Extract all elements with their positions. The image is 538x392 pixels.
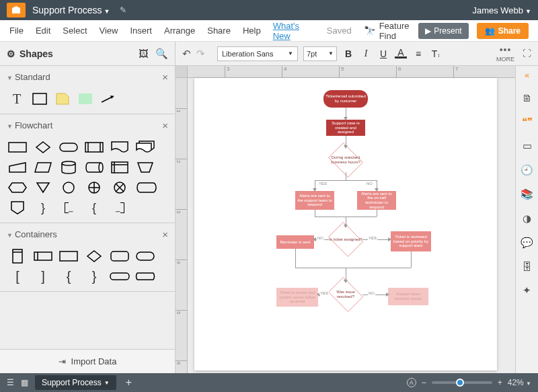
shape-brace-left2[interactable]: { (58, 268, 79, 284)
page-icon[interactable]: 🗎 (522, 92, 532, 104)
present-button[interactable]: ▶Present (418, 23, 468, 39)
shape-process[interactable] (7, 139, 28, 155)
shape-brace-left[interactable]: { (83, 200, 105, 216)
node-decision[interactable]: Is ticket assigned? (326, 225, 365, 254)
shape-roundrect-container[interactable] (109, 248, 130, 264)
menu-share[interactable]: Share (207, 26, 231, 36)
shape-decision[interactable] (32, 139, 54, 155)
layers-icon[interactable]: 📚 (521, 188, 533, 200)
text-color-button[interactable]: A (395, 48, 407, 58)
data-icon[interactable]: 🗄 (522, 261, 532, 272)
bold-button[interactable]: B (342, 48, 354, 59)
shape-manualop[interactable] (134, 159, 156, 175)
node-decision[interactable]: During standard business hours? (326, 145, 365, 175)
shape-connector[interactable] (58, 180, 79, 196)
italic-button[interactable]: I (360, 48, 372, 59)
shape-brace-right[interactable]: } (32, 200, 54, 216)
add-page-button[interactable]: + (126, 377, 132, 389)
panel-standard-header[interactable]: ▼Standard × (0, 66, 175, 88)
canvas[interactable]: 3 4 5 6 7 1 2 3 4 5 6 Ticket/email submi… (176, 66, 515, 373)
page[interactable]: Ticket/email submitted by customer Suppo… (194, 78, 497, 370)
font-size-select[interactable]: 7pt▼ (303, 46, 337, 61)
comments-icon[interactable]: ❝❞ (522, 116, 533, 128)
zoom-level[interactable]: 42% ▼ (508, 378, 531, 387)
more-button[interactable]: •••MORE (496, 44, 514, 63)
align-button[interactable]: ≡ (412, 48, 424, 59)
zoom-out-button[interactable]: − (422, 378, 426, 387)
node-decision[interactable]: Was issue resolved? (326, 280, 365, 309)
node-process[interactable]: Support case is created and assigned (326, 120, 365, 136)
menu-arrange[interactable]: Arrange (164, 26, 195, 36)
shape-storeddata[interactable] (134, 180, 156, 196)
history-icon[interactable]: 🕘 (521, 164, 533, 176)
shape-sumjunction[interactable] (83, 180, 105, 196)
shape-bracket-left[interactable]: [ (7, 268, 28, 284)
shape-preparation[interactable] (7, 180, 28, 196)
shape-manualinput[interactable] (7, 159, 28, 175)
node-process[interactable]: Ticket is reviewed based on priority by … (391, 231, 431, 251)
shape-flex-container[interactable] (109, 268, 130, 284)
shape-merge[interactable] (32, 180, 54, 196)
shape-pill-container[interactable] (134, 248, 156, 264)
shape-arrow[interactable] (100, 92, 117, 106)
text-options-button[interactable]: T↕ (430, 48, 442, 59)
node-process[interactable]: Support team resolves issues (388, 288, 428, 305)
node-process[interactable]: Alerts are sent to the on-call technicia… (357, 191, 396, 210)
feature-find[interactable]: 🔭 Feature Find (364, 21, 411, 41)
shape-text[interactable]: T (8, 92, 26, 106)
zoom-reset-icon[interactable]: A (407, 378, 416, 387)
redo-button[interactable]: ↷ (196, 48, 205, 60)
shapes-panel-header[interactable]: ⚙ Shapes (7, 48, 53, 59)
whats-new-link[interactable]: What's New (273, 21, 315, 41)
magic-icon[interactable]: ✦ (523, 284, 531, 297)
underline-button[interactable]: U (377, 48, 389, 59)
shape-note[interactable] (54, 92, 71, 106)
shape-offpage[interactable] (7, 200, 28, 216)
share-button[interactable]: 👥Share (477, 23, 529, 39)
panel-flowchart-header[interactable]: ▼Flowchart × (0, 114, 175, 136)
shape-diamond-container[interactable] (83, 248, 105, 264)
node-process[interactable]: Alerts are sent to the support team to r… (295, 191, 334, 210)
shape-rect-container[interactable] (58, 248, 79, 264)
close-icon[interactable]: × (162, 229, 168, 240)
shape-document[interactable] (109, 139, 130, 155)
menu-edit[interactable]: Edit (36, 26, 50, 36)
image-icon[interactable]: 🖼 (139, 48, 149, 60)
shape-predefined[interactable] (83, 139, 105, 155)
shape-rectangle[interactable] (31, 92, 48, 106)
menu-select[interactable]: Select (63, 26, 87, 36)
undo-button[interactable]: ↶ (182, 48, 191, 60)
font-family-select[interactable]: Liberation Sans▼ (217, 46, 298, 61)
shape-swimlane-h[interactable] (32, 248, 54, 264)
node-process[interactable]: Ticket is closed and system sends follow… (276, 288, 318, 307)
shape-data-parallelogram[interactable] (32, 159, 54, 175)
outline-icon[interactable]: ☰ (7, 378, 14, 387)
zoom-in-button[interactable]: + (498, 378, 502, 387)
shape-directdata[interactable] (83, 159, 105, 175)
close-icon[interactable]: × (162, 71, 168, 83)
shape-database[interactable] (58, 159, 79, 175)
shape-multidoc[interactable] (134, 139, 156, 155)
grid-icon[interactable]: ▦ (21, 378, 28, 387)
master-icon[interactable]: ◑ (523, 212, 531, 225)
close-icon[interactable]: × (162, 120, 168, 131)
collapse-icon[interactable]: « (525, 70, 529, 80)
node-process[interactable]: Reminder is sent (276, 235, 314, 249)
shape-bracket-right[interactable]: ] (32, 268, 54, 284)
shape-note-left[interactable]: ⎯ (109, 200, 130, 216)
page-tab[interactable]: Support Process▼ (35, 375, 116, 390)
shape-or[interactable] (109, 180, 130, 196)
shape-flex-container2[interactable] (134, 268, 156, 284)
user-menu[interactable]: James Webb▼ (472, 5, 531, 15)
zoom-slider[interactable] (432, 381, 492, 384)
panel-containers-header[interactable]: ▼Containers × (0, 223, 175, 245)
import-data-button[interactable]: ⇥ Import Data (0, 349, 175, 373)
search-icon[interactable]: 🔍 (155, 48, 168, 60)
menu-view[interactable]: View (100, 26, 118, 36)
shape-internalstorage[interactable] (109, 159, 130, 175)
shape-terminator[interactable] (58, 139, 79, 155)
shape-block[interactable] (77, 92, 94, 106)
document-title[interactable]: Support Process▼ (32, 5, 110, 15)
node-start[interactable]: Ticket/email submitted by customer (323, 90, 368, 108)
fullscreen-icon[interactable]: ⛶ (523, 48, 531, 58)
